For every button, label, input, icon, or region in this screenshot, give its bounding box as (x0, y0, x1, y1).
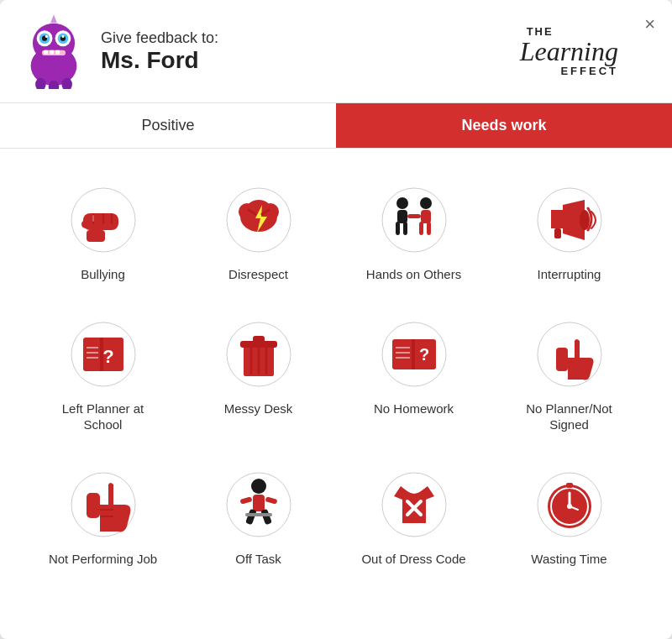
svg-marker-45 (551, 210, 563, 228)
item-hands-on-others[interactable]: Hands on Others (344, 174, 483, 291)
item-bullying[interactable]: Bullying (34, 174, 172, 291)
off-task-icon (225, 471, 292, 538)
svg-rect-36 (397, 210, 407, 223)
item-disrespect[interactable]: Disrespect (189, 174, 328, 291)
item-dress-code[interactable]: Out of Dress Code (344, 458, 483, 576)
interrupting-label: Interrupting (538, 266, 601, 283)
svg-rect-65 (412, 339, 415, 369)
interrupting-icon (536, 186, 603, 254)
give-feedback-label: Give feedback to: (101, 29, 520, 47)
no-homework-icon: ? (381, 321, 448, 388)
feedback-items-grid: Bullying Disrespect (0, 149, 672, 600)
svg-point-9 (61, 35, 64, 38)
no-planner-label: No Planner/Not Signed (508, 401, 630, 433)
svg-rect-78 (253, 495, 265, 511)
bullying-label: Bullying (81, 266, 125, 283)
svg-point-93 (567, 504, 572, 509)
svg-rect-11 (44, 50, 48, 55)
svg-rect-12 (50, 50, 54, 55)
header-text-block: Give feedback to: Ms. Ford (101, 29, 520, 74)
svg-point-35 (396, 197, 408, 209)
svg-rect-73 (87, 493, 100, 518)
dress-code-label: Out of Dress Code (361, 551, 465, 568)
bullying-icon-wrapper (66, 182, 141, 258)
off-task-icon-wrapper (221, 467, 297, 542)
logo-effect: EFFECT (560, 65, 618, 77)
svg-point-77 (251, 479, 266, 494)
hands-on-others-label: Hands on Others (366, 266, 461, 283)
svg-rect-40 (421, 210, 431, 223)
svg-point-47 (580, 210, 590, 230)
svg-rect-43 (407, 214, 421, 218)
svg-marker-17 (50, 15, 57, 23)
svg-rect-13 (55, 50, 60, 55)
messy-desk-label: Messy Desk (224, 401, 293, 417)
monster-avatar (20, 13, 87, 89)
svg-rect-59 (253, 336, 265, 343)
svg-rect-41 (419, 222, 423, 235)
svg-text:?: ? (102, 346, 113, 367)
no-planner-icon (536, 321, 603, 388)
interrupting-icon-wrapper (532, 182, 607, 258)
close-button[interactable]: × (644, 13, 655, 35)
left-planner-icon: ? (70, 321, 137, 388)
hands-on-others-icon (381, 186, 448, 254)
messy-desk-icon (225, 321, 292, 388)
no-planner-icon-wrapper (532, 317, 607, 392)
svg-point-39 (420, 197, 432, 209)
item-left-planner[interactable]: ? Left Planner at School (34, 308, 172, 442)
tab-positive[interactable]: Positive (0, 103, 336, 148)
messy-desk-icon-wrapper (221, 317, 297, 392)
feedback-modal: Give feedback to: Ms. Ford THE Learning … (0, 0, 672, 639)
item-interrupting[interactable]: Interrupting (500, 174, 638, 291)
disrespect-icon-wrapper (221, 182, 297, 258)
item-not-performing[interactable]: Not Performing Job (34, 458, 172, 576)
svg-rect-38 (403, 222, 407, 235)
disrespect-label: Disrespect (228, 266, 288, 283)
item-wasting-time[interactable]: Wasting Time (500, 458, 638, 576)
not-performing-icon (70, 471, 137, 538)
svg-text:?: ? (418, 345, 428, 364)
bullying-icon (70, 186, 137, 254)
no-homework-icon-wrapper: ? (376, 317, 452, 392)
teacher-name: Ms. Ford (101, 47, 520, 74)
tab-bar: Positive Needs work (0, 103, 672, 149)
item-no-homework[interactable]: ? No Homework (344, 308, 483, 442)
wasting-time-icon-wrapper (532, 467, 607, 542)
svg-point-8 (45, 35, 48, 38)
dress-code-icon-wrapper (376, 467, 452, 542)
svg-rect-81 (245, 513, 272, 516)
hands-on-others-icon-wrapper (376, 182, 452, 258)
left-planner-label: Left Planner at School (42, 401, 164, 433)
svg-rect-25 (92, 215, 94, 222)
item-messy-desk[interactable]: Messy Desk (189, 308, 328, 442)
svg-rect-37 (396, 222, 400, 235)
svg-rect-19 (87, 230, 105, 242)
tab-needs-work[interactable]: Needs work (336, 103, 672, 148)
off-task-label: Off Task (235, 551, 281, 568)
svg-rect-48 (554, 228, 561, 238)
disrespect-icon (225, 186, 292, 254)
not-performing-icon-wrapper (66, 467, 141, 542)
svg-rect-71 (556, 348, 568, 371)
no-homework-label: No Homework (374, 401, 454, 417)
svg-point-34 (382, 188, 446, 252)
svg-rect-90 (566, 483, 573, 488)
logo: THE Learning EFFECT (520, 25, 618, 77)
modal-header: Give feedback to: Ms. Ford THE Learning … (0, 0, 672, 103)
svg-rect-42 (427, 222, 431, 235)
item-no-planner[interactable]: No Planner/Not Signed (500, 308, 638, 442)
not-performing-label: Not Performing Job (49, 551, 157, 568)
dress-code-icon (381, 471, 448, 538)
wasting-time-label: Wasting Time (531, 551, 606, 568)
logo-learning: Learning (520, 38, 618, 65)
item-off-task[interactable]: Off Task (189, 458, 328, 576)
wasting-time-icon (536, 471, 603, 538)
svg-rect-21 (81, 220, 93, 228)
left-planner-icon-wrapper: ? (66, 317, 141, 392)
